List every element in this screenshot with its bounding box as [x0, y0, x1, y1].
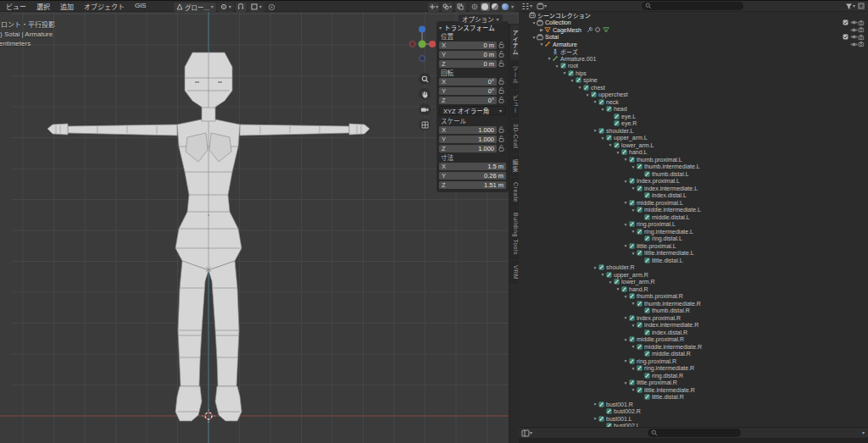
outliner-row-lower_arm.R[interactable]: ▼lower_arm.R [519, 279, 868, 286]
outliner-row-neck[interactable]: ▼neck [519, 98, 868, 106]
proportional-editing-toggle[interactable] [266, 3, 277, 12]
menu-オブジェクト[interactable]: オブジェクト [80, 1, 129, 12]
orthographic-grid-button[interactable] [419, 119, 431, 130]
tab-3D-Coat[interactable]: 3D-Coat [510, 119, 519, 153]
value-field[interactable]: Y0.26 m [439, 172, 506, 180]
options-dropdown[interactable]: オプション ▾ [459, 14, 503, 24]
transform-panel-header[interactable]: ▾ トランスフォーム [439, 23, 506, 32]
outliner-row-Armature.001[interactable]: ▼Armature.001 [519, 55, 868, 63]
outliner-row-hips[interactable]: ▼hips [519, 69, 868, 77]
outliner-row-middle.distal.L[interactable]: middle.distal.L [519, 213, 868, 221]
outliner-row-index.proximal.L[interactable]: ▼index.proximal.L [519, 178, 868, 186]
outliner-row-middle.intermediate.R[interactable]: ▼middle.intermediate.R [519, 343, 868, 351]
shading-material-button[interactable] [491, 3, 500, 11]
lock-icon[interactable] [497, 136, 506, 142]
outliner-row-index.proximal.R[interactable]: ▼index.proximal.R [519, 314, 868, 322]
outliner-row-ポーズ[interactable]: ポーズ [519, 48, 868, 56]
tab-ビュー[interactable]: ビュー [510, 91, 519, 119]
outliner-row-ring.proximal.R[interactable]: ▼ring.proximal.R [519, 357, 868, 365]
lock-icon[interactable] [497, 126, 506, 133]
value-field[interactable]: Z1.000 [439, 145, 497, 152]
outliner-row-index.distal.R[interactable]: index.distal.R [519, 329, 868, 336]
navigation-gizmo[interactable] [409, 22, 437, 66]
snap-magnet-toggle[interactable] [236, 3, 247, 12]
lock-icon[interactable] [497, 97, 506, 103]
tab-アイテム[interactable]: アイテム [510, 25, 519, 59]
outliner-row-thumb.proximal.R[interactable]: ▼thumb.proximal.R [519, 293, 868, 301]
properties-editor-type-dropdown[interactable]: ▾ [519, 429, 532, 437]
outliner-row-little.intermediate.R[interactable]: ▼little.intermediate.R [519, 386, 868, 394]
outliner-row-bust001.L[interactable]: ▼bust001.L [519, 415, 868, 423]
lock-icon[interactable] [497, 78, 506, 85]
value-field[interactable]: X1.000 [439, 126, 497, 134]
checkbox-toggle[interactable] [842, 34, 849, 42]
outliner-row-eye.L[interactable]: eye.L [519, 113, 868, 120]
menu-選択[interactable]: 選択 [32, 1, 54, 12]
outliner-row-middle.intermediate.L[interactable]: ▼middle.intermediate.L [519, 207, 868, 214]
outliner-row-chest[interactable]: ▼chest [519, 84, 868, 91]
outliner-row-shoulder.L[interactable]: ▼shoulder.L [519, 127, 868, 135]
camera-toggle[interactable] [858, 26, 865, 34]
menu-ビュー[interactable]: ビュー [2, 1, 31, 12]
outliner-row-middle.proximal.R[interactable]: ▼middle.proximal.R [519, 336, 868, 344]
gizmo-y-axis[interactable] [419, 41, 426, 48]
lock-icon[interactable] [497, 60, 506, 67]
outliner-row-ring.distal.L[interactable]: ring.distal.L [519, 235, 868, 243]
outliner-row-eye.R[interactable]: eye.R [519, 120, 868, 128]
outliner-row-CageMesh[interactable]: ▶CageMesh [519, 26, 868, 34]
transform-orientation-dropdown[interactable]: グロー... ▾ [174, 3, 216, 12]
outliner-row-thumb.intermediate.R[interactable]: ▼thumb.intermediate.R [519, 300, 868, 307]
outliner-row-upper_arm.R[interactable]: ▼upper_arm.R [519, 271, 868, 279]
checkbox-toggle[interactable] [842, 19, 849, 27]
outliner-row-シーンコレクション[interactable]: シーンコレクション [519, 12, 868, 19]
value-field[interactable]: Y1.000 [439, 136, 497, 143]
outliner-row-head[interactable]: ▼head [519, 106, 868, 114]
menu-追加[interactable]: 追加 [56, 1, 78, 12]
outliner-row-thumb.distal.L[interactable]: thumb.distal.L [519, 170, 868, 178]
value-field[interactable]: X0° [439, 78, 497, 86]
outliner-row-index.distal.L[interactable]: index.distal.L [519, 192, 868, 200]
lock-icon[interactable] [497, 145, 506, 152]
rotation-mode-dropdown[interactable]: XYZ オイラー角▾ [439, 106, 506, 115]
lock-icon[interactable] [497, 42, 506, 48]
outliner-row-index.intermediate.R[interactable]: ▼index.intermediate.R [519, 322, 868, 329]
shading-solid-button[interactable] [481, 3, 490, 11]
outliner-row-spine[interactable]: ▼spine [519, 77, 868, 85]
display-mode-dropdown[interactable]: ▾ [537, 3, 547, 10]
outliner-row-index.intermediate.L[interactable]: ▼index.intermediate.L [519, 185, 868, 192]
gizmo-neg-x-axis[interactable] [409, 42, 415, 47]
options-icon[interactable]: ▾ [862, 430, 868, 435]
value-field[interactable]: X0 m [439, 42, 497, 49]
outliner-row-Sotai[interactable]: ▼Sotai [519, 34, 868, 42]
eye-toggle[interactable] [850, 34, 858, 42]
outliner-row-thumb.proximal.L[interactable]: ▼thumb.proximal.L [519, 156, 868, 163]
show-overlays-dropdown[interactable]: ▾ [442, 3, 453, 12]
outliner-row-hand.R[interactable]: ▼hand.R [519, 285, 868, 293]
xray-toggle[interactable] [455, 3, 466, 12]
editor-type-dropdown[interactable]: ▾ [521, 3, 532, 10]
tab-Building Tools[interactable]: Building Tools [510, 208, 519, 259]
viewport-canvas[interactable]: フロント・平行投影 (1) Sotai | Armature Centimete… [0, 12, 519, 443]
outliner-row-ring.proximal.L[interactable]: ▼ring.proximal.L [519, 221, 868, 229]
lock-icon[interactable] [497, 87, 506, 94]
outliner-row-bust002.R[interactable]: bust002.R [519, 408, 868, 416]
outliner-row-ring.distal.R[interactable]: ring.distal.R [519, 372, 868, 379]
value-field[interactable]: Y0° [439, 87, 497, 95]
menu-GiS[interactable]: GiS [131, 1, 150, 12]
outliner-row-hand.L[interactable]: ▼hand.L [519, 149, 868, 157]
gizmo-z-axis[interactable] [419, 26, 426, 33]
zoom-tool-button[interactable] [419, 73, 431, 85]
eye-toggle[interactable] [850, 26, 858, 34]
outliner-row-middle.distal.R[interactable]: middle.distal.R [519, 351, 868, 358]
outliner-row-little.distal.R[interactable]: little.distal.R [519, 394, 868, 401]
outliner-row-ring.intermediate.L[interactable]: ▼ring.intermediate.L [519, 228, 868, 235]
outliner-row-little.distal.L[interactable]: little.distal.L [519, 257, 868, 264]
shading-wireframe-button[interactable] [470, 3, 480, 11]
tab-VRM[interactable]: VRM [510, 261, 519, 284]
gizmo-neg-z-axis[interactable] [420, 56, 426, 62]
outliner-row-little.intermediate.L[interactable]: ▼little.intermediate.L [519, 250, 868, 257]
outliner-search-input[interactable] [642, 2, 743, 10]
outliner-row-middle.proximal.L[interactable]: ▼middle.proximal.L [519, 199, 868, 207]
new-collection-button[interactable] [857, 2, 865, 10]
value-field[interactable]: Z0° [439, 97, 497, 104]
